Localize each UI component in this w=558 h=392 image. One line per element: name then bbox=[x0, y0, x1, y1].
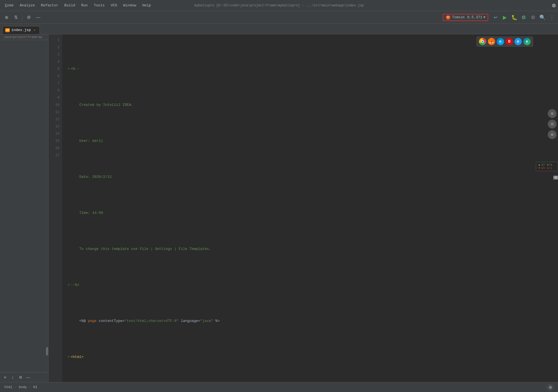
window-controls: — bbox=[552, 4, 556, 7]
tab-index-jsp[interactable]: JSP index.jsp ✕ bbox=[2, 26, 40, 34]
sidebar-path: .java\project\frame\my bbox=[0, 34, 48, 40]
tab-icon-jsp: JSP bbox=[5, 28, 10, 32]
main-layout: .java\project\frame\my ≡ ↕ ⚙ — 1 2 3 4 5… bbox=[0, 34, 558, 382]
code-text-8a: <%@ bbox=[71, 317, 88, 325]
line-num-10: 10 bbox=[48, 101, 60, 109]
line-num-1: 1 bbox=[48, 37, 60, 44]
breadcrumb-h1[interactable]: h1 bbox=[33, 385, 37, 389]
run-button[interactable]: ▶ bbox=[501, 14, 509, 21]
code-text-8c: contentType= bbox=[97, 317, 125, 325]
opera-icon[interactable]: O bbox=[506, 38, 513, 45]
tomcat-icon: 🐱 bbox=[446, 15, 451, 20]
code-line-6[interactable]: To change this template use File | Setti… bbox=[67, 245, 554, 253]
speed-up-row: ▲ 27 K/s bbox=[538, 163, 556, 166]
code-line-3[interactable]: User: darli bbox=[67, 137, 554, 145]
coverage-button[interactable]: ⚙ bbox=[520, 14, 528, 21]
speed-down-value: 86 K/s bbox=[541, 166, 552, 170]
profile-button[interactable]: ⚙ bbox=[529, 14, 537, 21]
toolbar-settings-button[interactable]: ⚙ bbox=[25, 13, 33, 22]
toolbar-minus-button[interactable]: — bbox=[34, 13, 42, 22]
ie-icon[interactable]: e bbox=[515, 38, 522, 45]
breadcrumb-html[interactable]: html bbox=[4, 385, 12, 389]
code-text-8f: "java" bbox=[200, 317, 213, 325]
sidebar-sort-button[interactable]: ≡ bbox=[2, 374, 8, 381]
speed-widget: ▲ 27 K/s ▼ 86 K/s bbox=[536, 162, 558, 171]
toolbar-back-button[interactable]: ↩ bbox=[492, 14, 499, 21]
status-bar-right: ⊕ bbox=[547, 384, 554, 391]
menu-code[interactable]: Code bbox=[2, 2, 16, 9]
sidebar-bottom-toolbar: ≡ ↕ ⚙ — bbox=[0, 372, 48, 382]
menu-help[interactable]: Help bbox=[140, 2, 154, 9]
breadcrumb-body[interactable]: body bbox=[19, 385, 27, 389]
speed-up-arrow: ▲ bbox=[538, 163, 540, 166]
minimize-button[interactable]: — bbox=[552, 4, 556, 7]
code-line-4[interactable]: Date: 2020/2/12 bbox=[67, 173, 554, 181]
code-line-2[interactable]: Created by IntelliJ IDEA. bbox=[67, 101, 554, 109]
line-num-16: 16 bbox=[48, 145, 60, 152]
breadcrumb-sep-2: › bbox=[29, 385, 31, 389]
fold-1[interactable]: ▽ bbox=[67, 65, 71, 73]
sidebar-scrollbar[interactable] bbox=[46, 347, 48, 355]
menu-window[interactable]: Window bbox=[120, 2, 139, 9]
menu-analyze[interactable]: Analyze bbox=[17, 2, 38, 9]
code-line-9[interactable]: ▽ <html> bbox=[67, 353, 554, 361]
search-run-button[interactable]: 🔍 bbox=[539, 14, 546, 21]
edge-blue-icon[interactable]: e bbox=[497, 38, 504, 45]
line-num-4: 4 bbox=[48, 58, 60, 65]
menu-vcs[interactable]: VCS bbox=[108, 2, 120, 9]
edge-new-icon[interactable]: e bbox=[523, 38, 531, 45]
menu-refactor[interactable]: Refactor bbox=[38, 2, 61, 9]
line-num-12: 12 bbox=[48, 116, 60, 123]
code-line-1[interactable]: ▽ <%-- bbox=[67, 65, 554, 73]
fold-7[interactable]: ▽ bbox=[67, 281, 71, 289]
line-num-7: 7 bbox=[48, 80, 60, 87]
menu-build[interactable]: Build bbox=[61, 2, 78, 9]
code-line-8[interactable]: <%@ page contentType="text/html;charset=… bbox=[67, 317, 554, 325]
speed-up-value: 27 K/s bbox=[541, 163, 552, 166]
tomcat-config[interactable]: 🐱 Tomcat 8.5.371 ▼ bbox=[443, 14, 488, 21]
line-num-9: 9 bbox=[48, 94, 60, 101]
firefox-icon[interactable]: 🦊 bbox=[488, 38, 495, 45]
code-text-8b: page bbox=[88, 317, 96, 325]
code-text-1: <%-- bbox=[71, 65, 79, 73]
browser-icons-bar: 🦊 e O e e bbox=[477, 37, 533, 47]
toolbar-add-button[interactable]: ⊕ bbox=[2, 13, 11, 22]
code-text-4: Date: 2020/2/12 bbox=[71, 173, 112, 181]
line-num-14: 14 bbox=[48, 130, 60, 137]
code-container[interactable]: 1 2 3 4 5 6 7 8 9 10 11 12 13 14 15 16 1… bbox=[48, 34, 558, 382]
status-bar-plus-button[interactable]: ⊕ bbox=[547, 384, 554, 391]
status-bar: html › body › h1 ⊕ bbox=[0, 382, 558, 392]
sidebar-collapse-button[interactable]: ↕ bbox=[9, 374, 16, 381]
line-num-2: 2 bbox=[48, 44, 60, 51]
toolbar-layout-button[interactable]: ⇅ bbox=[12, 13, 20, 22]
gear-icon-1[interactable]: ⚙ bbox=[548, 109, 557, 118]
code-text-6: To change this template use File | Setti… bbox=[71, 245, 211, 253]
tomcat-label: Tomcat 8.5.371 bbox=[452, 15, 482, 19]
code-text-3: User: darli bbox=[71, 137, 103, 145]
code-line-7[interactable]: ▽ --%> bbox=[67, 281, 554, 289]
tab-close-button[interactable]: ✕ bbox=[32, 28, 36, 32]
toolbar-separator-1 bbox=[22, 14, 22, 21]
code-line-5[interactable]: Time: 14:50 bbox=[67, 209, 554, 217]
sidebar-minimize-button[interactable]: — bbox=[25, 374, 32, 381]
menu-run[interactable]: Run bbox=[78, 2, 90, 9]
sidebar: .java\project\frame\my ≡ ↕ ⚙ — bbox=[0, 34, 48, 382]
speed-down-row: ▼ 86 K/s bbox=[538, 166, 556, 170]
line-num-8: 8 bbox=[48, 87, 60, 94]
sidebar-settings-button[interactable]: ⚙ bbox=[17, 374, 24, 381]
fold-9[interactable]: ▽ bbox=[67, 353, 71, 361]
run-controls: ↩ ▶ 🐛 ⚙ ⚙ 🔍 ⋮ bbox=[492, 14, 556, 21]
sidebar-content[interactable] bbox=[0, 40, 48, 372]
debug-button[interactable]: 🐛 bbox=[510, 14, 518, 21]
line-num-5: 5 bbox=[48, 65, 60, 73]
right-gear-panel: ⚙ ⚙ ⚙ bbox=[548, 109, 557, 139]
line-num-6: 6 bbox=[48, 73, 60, 80]
tab-label: index.jsp bbox=[11, 28, 31, 32]
code-lines[interactable]: ▽ <%-- Created by IntelliJ IDEA. User: d… bbox=[62, 34, 558, 382]
code-text-8g: %> bbox=[213, 317, 220, 325]
gear-icon-2[interactable]: ⚙ bbox=[548, 120, 557, 129]
menu-tools[interactable]: Tools bbox=[91, 2, 107, 9]
more-button[interactable]: ⋮ bbox=[548, 14, 556, 21]
gear-icon-3[interactable]: ⚙ bbox=[548, 130, 557, 139]
chrome-icon[interactable] bbox=[479, 38, 486, 45]
